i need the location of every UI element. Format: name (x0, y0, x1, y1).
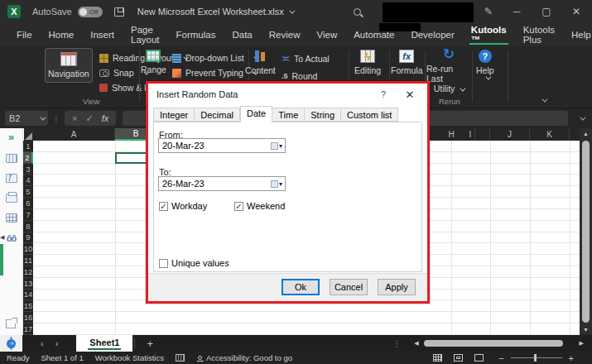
popout-icon[interactable] (6, 319, 16, 328)
row-header-5[interactable]: 5 (23, 186, 33, 198)
ribbon-tab-help[interactable]: Help (563, 23, 592, 46)
round-button[interactable]: .5 Round (282, 71, 317, 81)
autosave-toggle[interactable]: Off (78, 7, 103, 17)
unique-values-checkbox[interactable]: Unique values (159, 258, 229, 268)
name-box[interactable]: B2 (5, 111, 48, 126)
to-date-input[interactable]: 26-Mar-23 ▾ (158, 176, 286, 191)
formula-bar-dots-icon[interactable]: ⋮ (52, 114, 60, 123)
row-header-3[interactable]: 3 (23, 164, 33, 175)
formula-button[interactable]: fx Formula (391, 50, 423, 75)
row-header-10[interactable]: 10 (23, 243, 33, 255)
vertical-scroll-thumb[interactable] (582, 141, 590, 323)
dialog-tab-integer[interactable]: Integer (153, 108, 195, 122)
row-header-9[interactable]: 9 (23, 232, 33, 244)
enter-entry-icon[interactable]: ✓ (85, 113, 93, 124)
dialog-close-button[interactable]: ✕ (396, 89, 424, 101)
content-button[interactable]: Content (245, 50, 276, 75)
vertical-scrollbar[interactable]: ▲ ▼ (580, 128, 592, 335)
zoom-in-button[interactable]: + (569, 353, 574, 363)
ribbon-tab-data[interactable]: Data (224, 23, 260, 46)
scroll-left-icon[interactable]: ◀ (414, 340, 418, 347)
row-header-4[interactable]: 4 (23, 175, 33, 186)
normal-view-icon[interactable] (433, 354, 442, 362)
workday-checkbox[interactable]: ✓ Workday (159, 201, 207, 211)
row-header-7[interactable]: 7 (23, 209, 33, 221)
row-header-6[interactable]: 6 (23, 198, 33, 209)
column-header-a[interactable]: A (33, 128, 115, 141)
navigation-pane-expand-icon[interactable]: » (8, 131, 14, 143)
workbook-statistics-button[interactable]: Workbook Statistics (95, 353, 164, 362)
editing-button[interactable]: ϟ Editing (354, 50, 381, 75)
navigation-button[interactable]: Navigation (45, 48, 93, 83)
close-button[interactable]: ✕ (570, 6, 582, 17)
ribbon-tab-view[interactable]: View (308, 23, 345, 46)
insert-function-icon[interactable]: fx (102, 113, 109, 123)
column-list-pane-icon[interactable] (6, 194, 17, 203)
from-date-input[interactable]: 20-Mar-23 ▾ (158, 138, 286, 153)
row-header-16[interactable]: 16 (23, 312, 33, 323)
to-date-picker-button[interactable]: ▾ (268, 177, 285, 190)
row-header-17[interactable]: 17 (23, 323, 33, 335)
scroll-down-icon[interactable]: ▼ (583, 324, 589, 335)
apply-button[interactable]: Apply (378, 279, 416, 295)
workbook-sheet-pane-icon[interactable] (6, 154, 17, 163)
insert-list-pane-icon[interactable] (6, 213, 17, 223)
row-header-12[interactable]: 12 (23, 266, 33, 278)
pen-icon[interactable]: ✎ (484, 6, 493, 17)
range-button[interactable]: Range (141, 50, 166, 74)
scroll-up-icon[interactable]: ▲ (583, 128, 589, 139)
dialog-tab-time[interactable]: Time (272, 108, 305, 122)
ribbon-tab-file[interactable]: File (8, 23, 41, 46)
dialog-tab-date[interactable]: Date (240, 106, 272, 122)
from-date-picker-button[interactable]: ▾ (268, 139, 285, 152)
search-icon[interactable] (354, 8, 361, 16)
scroll-right-icon[interactable]: ▶ (580, 340, 584, 347)
find-replace-pane-icon[interactable]: ôô (7, 233, 16, 243)
dialog-help-button[interactable]: ? (371, 89, 396, 99)
document-title[interactable]: New Microsoft Excel Worksheet.xlsx (137, 7, 284, 17)
column-header-k[interactable]: K (530, 128, 570, 141)
row-header-15[interactable]: 15 (23, 300, 33, 312)
ribbon-collapse-chevron-icon[interactable] (541, 97, 547, 103)
accessibility-status[interactable]: Accessibility: Good to go (206, 353, 292, 362)
horizontal-scroll-thumb[interactable] (424, 340, 563, 347)
row-header-8[interactable]: 8 (23, 221, 33, 232)
prevent-typing-button[interactable]: Prevent Typing (172, 68, 257, 78)
kutools-settings-button[interactable] (0, 335, 22, 352)
zoom-slider[interactable] (511, 357, 562, 358)
row-header-14[interactable]: 14 (23, 290, 33, 301)
zoom-slider-thumb[interactable] (534, 354, 537, 362)
cancel-button[interactable]: Cancel (330, 279, 368, 295)
excel-logo-icon[interactable]: X (7, 5, 21, 18)
name-manager-pane-icon[interactable] (6, 174, 17, 183)
help-button[interactable]: ? Help (476, 50, 494, 80)
prev-sheet-icon[interactable]: ‹ (41, 338, 44, 348)
ribbon-tab-home[interactable]: Home (41, 23, 83, 46)
row-header-1[interactable]: 1 (23, 141, 33, 152)
rerun-last-utility-button[interactable]: ↻ Re-run Last Utility (426, 48, 471, 93)
sidebar-collapse-arrow-icon[interactable]: ◀ (0, 234, 4, 241)
row-header-13[interactable]: 13 (23, 278, 33, 290)
sheet-tab-sheet1[interactable]: Sheet1 (76, 335, 132, 352)
ribbon-tab-review[interactable]: Review (261, 23, 309, 46)
dialog-tab-custom-list[interactable]: Custom list (341, 108, 398, 122)
dialog-titlebar[interactable]: Insert Random Data ? ✕ (148, 84, 427, 105)
ribbon-tab-formulas[interactable]: Formulas (168, 23, 224, 46)
ribbon-tab-kutools[interactable]: Kutools ™ (463, 23, 515, 46)
dialog-tab-decimal[interactable]: Decimal (195, 108, 240, 122)
weekend-checkbox[interactable]: ✓ Weekend (234, 201, 285, 211)
to-actual-button[interactable]: ≍ To Actual (282, 53, 330, 65)
ribbon-tab-kutools-plus[interactable]: Kutools Plus (515, 23, 563, 46)
zoom-out-button[interactable]: − (498, 353, 503, 363)
horizontal-scrollbar[interactable] (424, 340, 573, 347)
ok-button[interactable]: Ok (282, 279, 320, 295)
ribbon-tab-insert[interactable]: Insert (82, 23, 123, 46)
save-icon[interactable] (114, 7, 124, 17)
page-break-view-icon[interactable] (474, 354, 484, 362)
title-chevron-down-icon[interactable] (289, 7, 295, 13)
row-header-2[interactable]: 2 (23, 152, 33, 164)
ribbon-tab-page-layout[interactable]: Page Layout (123, 23, 168, 46)
column-header-j[interactable]: J (490, 128, 530, 141)
formula-bar-expand-chevron-icon[interactable] (580, 114, 585, 120)
maximize-button[interactable]: ▢ (541, 6, 552, 17)
